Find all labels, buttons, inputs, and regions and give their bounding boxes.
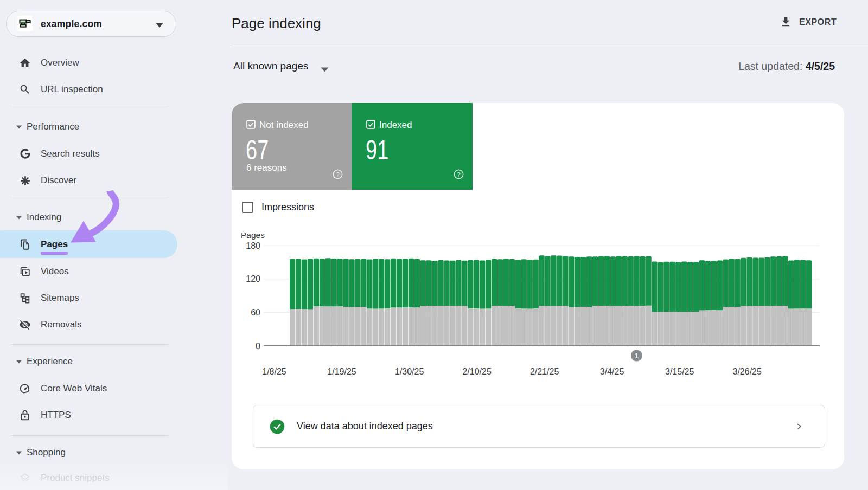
svg-text:1: 1	[635, 352, 639, 360]
svg-text:Pages: Pages	[241, 230, 265, 240]
svg-text:2/21/25: 2/21/25	[530, 367, 559, 376]
svg-text:120: 120	[246, 274, 260, 283]
svg-text:1/30/25: 1/30/25	[395, 367, 424, 376]
svg-text:60: 60	[251, 308, 260, 317]
svg-text:3/15/25: 3/15/25	[665, 367, 694, 376]
svg-text:3/4/25: 3/4/25	[600, 367, 624, 376]
svg-text:180: 180	[246, 241, 260, 250]
svg-text:1/8/25: 1/8/25	[262, 367, 286, 376]
svg-text:2/10/25: 2/10/25	[462, 367, 491, 376]
svg-text:0: 0	[256, 341, 260, 351]
svg-text:3/26/25: 3/26/25	[733, 367, 762, 376]
svg-text:1/19/25: 1/19/25	[327, 367, 356, 376]
